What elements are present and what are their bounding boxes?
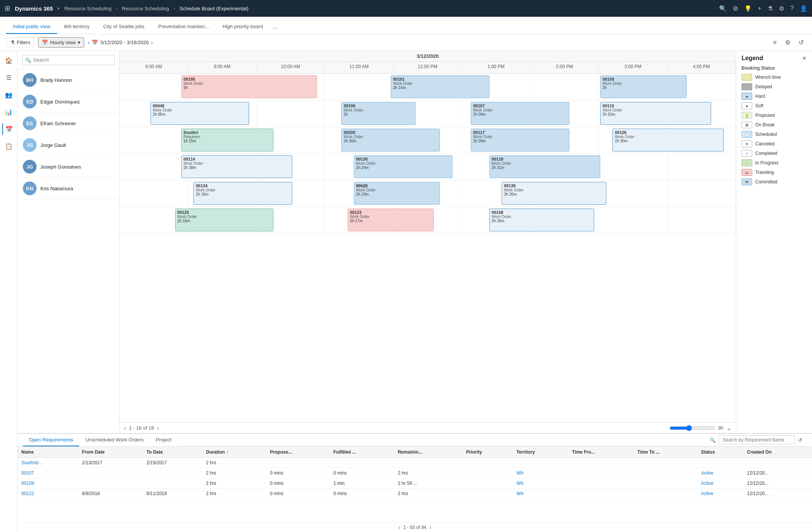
bottom-search-input[interactable] xyxy=(719,435,795,444)
booking-card[interactable]: 00106 Work Order 2h xyxy=(341,102,415,125)
booking-card[interactable]: 00114 Work Order 2h 38m xyxy=(181,155,292,178)
requirement-link[interactable]: Southrid... xyxy=(21,460,42,465)
prev-date-button[interactable]: ‹ xyxy=(88,40,90,46)
sidebar-list-icon[interactable]: 📋 xyxy=(3,140,15,152)
grid-cell xyxy=(667,180,736,207)
sidebar-chart-icon[interactable]: 📊 xyxy=(3,106,15,118)
territory-link[interactable]: WA xyxy=(516,481,524,486)
table-column-header[interactable]: Status xyxy=(697,447,743,458)
zoom-slider[interactable] xyxy=(670,425,715,431)
booking-card[interactable]: 00117 Work Order 2h 09m xyxy=(471,129,569,151)
time-slot: 12:00 PM xyxy=(393,62,462,73)
table-column-header[interactable]: Remainin... xyxy=(394,447,462,458)
sidebar-home-icon[interactable]: 🏠 xyxy=(3,55,15,67)
table-column-header[interactable]: Propose... xyxy=(266,447,329,458)
list-view-button[interactable]: ≡ xyxy=(771,38,779,47)
bottom-prev-page[interactable]: ‹ xyxy=(398,524,400,530)
user-icon[interactable]: 👤 xyxy=(800,5,807,12)
table-column-header[interactable]: Duration ↑ xyxy=(202,447,266,458)
booking-card[interactable]: 00100 Work Order 2h xyxy=(600,75,687,98)
requirement-link[interactable]: 00107 xyxy=(21,470,34,476)
booking-card[interactable]: 00126 Work Order 2h 30m xyxy=(612,129,723,151)
status-link[interactable]: Active xyxy=(701,491,713,496)
tab-project[interactable]: Project xyxy=(150,434,177,446)
booking-card[interactable]: 00138 Work Order 2h 20m xyxy=(502,182,606,205)
tab-wa-territory[interactable]: WA territory xyxy=(57,20,96,34)
resource-item[interactable]: JG Joseph Gonsalves xyxy=(18,156,119,178)
search-input[interactable] xyxy=(22,55,115,65)
table-header: NameFrom DateTo DateDuration ↑Propose...… xyxy=(18,447,812,458)
resource-item[interactable]: ES Efrain Schreiner xyxy=(18,113,119,134)
resource-item[interactable]: ED Edgar Dominquez xyxy=(18,91,119,113)
booking-card[interactable]: 00123 Work Order 2h 17m xyxy=(348,209,434,231)
table-column-header[interactable]: Created On xyxy=(743,447,812,458)
view-selector-button[interactable]: 📅 Hourly view ▾ xyxy=(38,37,84,48)
booking-card[interactable]: 00130 Work Order 2h 24m xyxy=(354,155,452,178)
booking-card[interactable]: 00185 Work Order 3h xyxy=(181,75,317,98)
tab-open-requirements[interactable]: Open Requirements xyxy=(23,434,79,446)
tab-city-seattle[interactable]: City of Seattle jobs xyxy=(96,20,151,34)
sidebar-items-icon[interactable]: ☰ xyxy=(4,72,14,84)
table-column-header[interactable]: Time To ... xyxy=(634,447,697,458)
notifications-icon[interactable]: ⚙ xyxy=(733,5,738,12)
booking-card[interactable]: 00118 Work Order 2h 31m xyxy=(489,155,600,178)
tabs-more-icon[interactable]: ... xyxy=(270,19,281,34)
next-page-button[interactable]: › xyxy=(157,425,159,431)
filters-button[interactable]: ⚗ Filters xyxy=(6,38,34,47)
booking-card[interactable]: Southri Requirem. 1h 15m xyxy=(181,129,274,151)
sidebar-users-icon[interactable]: 👥 xyxy=(3,89,15,101)
table-cell xyxy=(568,489,634,499)
booking-card[interactable]: 00125 Work Order 2h 16m xyxy=(175,209,274,231)
table-column-header[interactable]: Name xyxy=(18,447,78,458)
filter-icon[interactable]: ⚗ xyxy=(767,5,773,12)
table-column-header[interactable]: Fulfilled ... xyxy=(329,447,394,458)
table-column-header[interactable]: To Date xyxy=(143,447,203,458)
table-column-header[interactable]: Territory xyxy=(513,447,568,458)
booking-card[interactable]: 00048 Work Order 2h 05m xyxy=(150,102,249,125)
bottom-search-icon[interactable]: 🔍 xyxy=(710,437,716,443)
tab-unscheduled-work-orders[interactable]: Unscheduled Work Orders xyxy=(79,434,150,446)
status-link[interactable]: Active xyxy=(701,470,713,476)
legend-swatch: ✓ xyxy=(742,150,752,157)
sidebar-calendar-icon[interactable]: 📅 xyxy=(2,123,15,135)
next-date-button[interactable]: › xyxy=(151,40,153,46)
resource-avatar: KN xyxy=(23,182,37,195)
resource-item[interactable]: BH Brady Hannon xyxy=(18,69,119,91)
legend-close-button[interactable]: ✕ xyxy=(802,55,807,61)
breadcrumb1[interactable]: Resource Scheduling xyxy=(122,6,169,11)
booking-card[interactable]: 00134 Work Order 2h 16m xyxy=(193,182,292,205)
resource-item[interactable]: KN Kris Nakamura xyxy=(18,178,119,199)
booking-card[interactable]: 00115 Work Order 2h 52m xyxy=(600,102,711,125)
help-icon[interactable]: ? xyxy=(790,5,794,12)
refresh-button[interactable]: ↺ xyxy=(796,38,806,47)
settings-button[interactable]: ⚙ xyxy=(783,38,793,47)
booking-card[interactable]: 00107 Work Order 2h 04m xyxy=(471,102,569,125)
bottom-next-page[interactable]: › xyxy=(429,524,431,530)
status-link[interactable]: Active xyxy=(701,481,713,486)
tab-high-priority[interactable]: High priority board xyxy=(216,20,270,34)
bottom-refresh-icon[interactable]: ↺ xyxy=(798,437,802,443)
booking-card[interactable]: 00101 Work Order 2h 14m xyxy=(391,75,489,98)
plus-icon[interactable]: + xyxy=(758,5,761,12)
legend-header: Legend ✕ xyxy=(742,55,807,62)
table-column-header[interactable]: Time Fro... xyxy=(568,447,634,458)
resource-item[interactable]: JG Jorge Gault xyxy=(18,134,119,156)
collapse-button[interactable]: ⌄ xyxy=(726,424,731,432)
tab-preventative[interactable]: Preventative mainten... xyxy=(151,20,216,34)
app-grid-icon[interactable]: ⊞ xyxy=(5,4,10,13)
booking-card[interactable]: 00158 Work Order 2h 26m xyxy=(489,209,594,231)
booking-card[interactable]: 00200 Work Order 2h 30m xyxy=(341,129,440,151)
requirement-link[interactable]: 00109 xyxy=(21,481,34,486)
table-column-header[interactable]: From Date xyxy=(78,447,142,458)
booking-card[interactable]: 00122 Work Order 2h 23m xyxy=(354,182,440,205)
territory-link[interactable]: WA xyxy=(516,470,524,476)
table-cell xyxy=(394,458,462,468)
settings-icon[interactable]: ⚙ xyxy=(779,5,784,12)
territory-link[interactable]: WA xyxy=(516,491,524,496)
prev-page-button[interactable]: ‹ xyxy=(124,425,126,431)
table-column-header[interactable]: Priority xyxy=(462,447,513,458)
requirement-link[interactable]: 00122 xyxy=(21,491,34,496)
lightbulb-icon[interactable]: 💡 xyxy=(744,5,752,12)
tab-initial-public-view[interactable]: Initial public view xyxy=(6,20,57,34)
search-icon[interactable]: 🔍 xyxy=(719,5,727,12)
